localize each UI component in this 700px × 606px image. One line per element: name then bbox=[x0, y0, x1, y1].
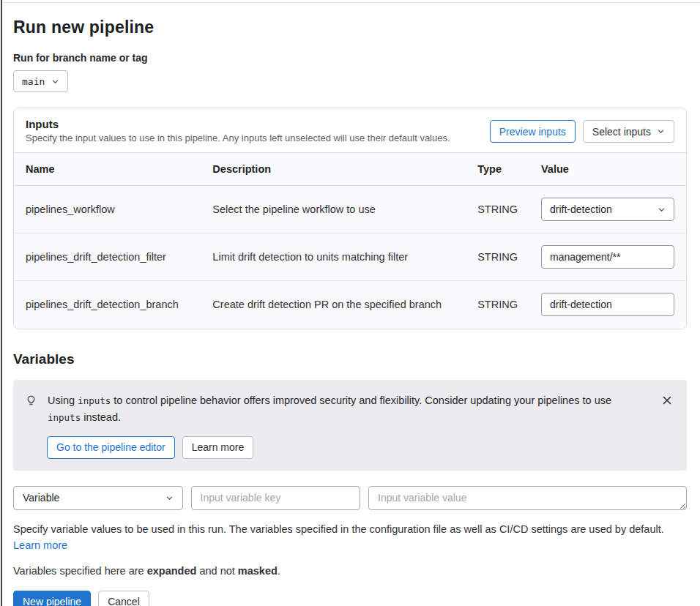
note-text-segment: Variables specified here are bbox=[13, 565, 147, 577]
banner-text-segment: instead. bbox=[81, 411, 121, 423]
input-name: pipelines_workflow bbox=[14, 186, 201, 233]
lightbulb-icon bbox=[25, 392, 37, 426]
drift-detection-branch-input[interactable] bbox=[541, 293, 674, 316]
learn-more-button[interactable]: Learn more bbox=[182, 436, 254, 459]
inputs-card-actions: Preview inputs Select inputs bbox=[490, 118, 674, 143]
inputs-card-header-text: Inputs Specify the input values to use i… bbox=[26, 118, 450, 143]
banner-message: Using inputs to control pipeline behavio… bbox=[48, 392, 633, 426]
input-description: Limit drift detection to units matching … bbox=[201, 233, 466, 281]
inline-code: inputs bbox=[48, 412, 81, 423]
column-header-description: Description bbox=[201, 153, 466, 186]
branch-selector-value: main bbox=[22, 76, 45, 87]
banner-actions: Go to the pipeline editor Learn more bbox=[47, 436, 675, 459]
input-type: STRING bbox=[466, 281, 529, 329]
input-type: STRING bbox=[466, 186, 529, 233]
inputs-card-description: Specify the input values to use in this … bbox=[26, 132, 450, 143]
note-bold-masked: masked bbox=[238, 565, 278, 577]
branch-selector-dropdown[interactable]: main bbox=[13, 70, 68, 92]
chevron-down-icon bbox=[51, 78, 59, 86]
input-type: STRING bbox=[466, 233, 529, 281]
inline-code: inputs bbox=[78, 395, 111, 406]
variables-learn-more-link[interactable]: Learn more bbox=[13, 539, 67, 551]
close-icon[interactable] bbox=[660, 394, 674, 407]
column-header-value: Value bbox=[529, 153, 686, 186]
note-bold-expanded: expanded bbox=[147, 565, 197, 577]
new-pipeline-button[interactable]: New pipeline bbox=[13, 591, 91, 606]
input-name: pipelines_drift_detection_filter bbox=[14, 233, 201, 281]
variables-help-text: Specify variable values to be used in th… bbox=[13, 521, 687, 553]
drift-detection-filter-input[interactable] bbox=[541, 245, 674, 269]
table-row: pipelines_drift_detection_filter Limit d… bbox=[14, 233, 686, 281]
form-actions: New pipeline Cancel bbox=[13, 591, 687, 606]
input-description: Create drift detection PR on the specifi… bbox=[201, 281, 466, 329]
preview-inputs-button[interactable]: Preview inputs bbox=[490, 120, 576, 143]
chevron-down-icon bbox=[658, 206, 666, 214]
table-row: pipelines_workflow Select the pipeline w… bbox=[14, 186, 686, 233]
inputs-table: Name Description Type Value pipelines_wo… bbox=[14, 152, 686, 329]
variables-heading: Variables bbox=[13, 351, 687, 367]
inputs-card: Inputs Specify the input values to use i… bbox=[13, 108, 687, 329]
panel-top-divider bbox=[2, 2, 700, 3]
input-description: Select the pipeline workflow to use bbox=[201, 186, 466, 233]
select-inputs-dropdown[interactable]: Select inputs bbox=[583, 120, 674, 143]
pipelines-workflow-select[interactable]: drift-detection bbox=[541, 198, 674, 221]
variable-row: Variable bbox=[13, 486, 687, 510]
select-inputs-label: Select inputs bbox=[592, 126, 651, 138]
variable-key-input[interactable] bbox=[191, 486, 361, 510]
variable-type-value: Variable bbox=[23, 492, 59, 504]
panel-left-edge bbox=[1, 0, 2, 606]
run-pipeline-page: Run new pipeline Run for branch name or … bbox=[0, 18, 700, 606]
note-text-segment: and not bbox=[196, 565, 237, 577]
cancel-button[interactable]: Cancel bbox=[98, 591, 149, 606]
column-header-name: Name bbox=[14, 153, 201, 186]
variable-type-select[interactable]: Variable bbox=[13, 486, 183, 510]
chevron-down-icon bbox=[657, 127, 665, 135]
input-name: pipelines_drift_detection_branch bbox=[14, 281, 201, 329]
pipeline-editor-button[interactable]: Go to the pipeline editor bbox=[47, 436, 175, 459]
column-header-type: Type bbox=[466, 153, 529, 186]
table-row: pipelines_drift_detection_branch Create … bbox=[14, 281, 686, 329]
pipelines-workflow-select-value: drift-detection bbox=[550, 203, 612, 215]
help-text-segment: Specify variable values to be used in th… bbox=[13, 523, 664, 535]
branch-selector-label: Run for branch name or tag bbox=[13, 52, 687, 64]
inputs-table-header-row: Name Description Type Value bbox=[14, 153, 686, 186]
inputs-card-title: Inputs bbox=[26, 118, 450, 130]
variables-note: Variables specified here are expanded an… bbox=[13, 565, 687, 577]
page-title: Run new pipeline bbox=[13, 18, 687, 37]
variable-value-input[interactable] bbox=[368, 486, 687, 510]
note-text-segment: . bbox=[278, 565, 280, 577]
banner-text-segment: Using bbox=[48, 394, 78, 406]
chevron-down-icon bbox=[165, 494, 174, 502]
inputs-card-header: Inputs Specify the input values to use i… bbox=[14, 108, 686, 152]
banner-text-segment: to control pipeline behavior offers impr… bbox=[111, 394, 611, 406]
inputs-tip-banner: Using inputs to control pipeline behavio… bbox=[13, 380, 687, 471]
